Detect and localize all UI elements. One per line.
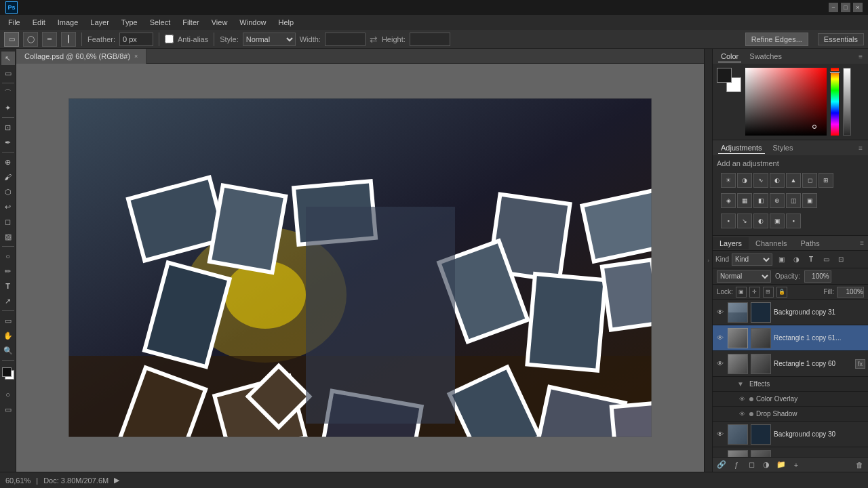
layer-bg-copy-31[interactable]: 👁 Background copy 31	[713, 300, 868, 325]
invert-btn[interactable]: ◫	[786, 193, 801, 208]
type-tool[interactable]: T	[1, 279, 15, 293]
layers-options-icon[interactable]: ≡	[856, 239, 868, 247]
menu-item-help[interactable]: Help	[273, 17, 299, 28]
opacity-input[interactable]	[804, 270, 831, 283]
close-tab-button[interactable]: ×	[134, 53, 138, 60]
new-layer-btn[interactable]: +	[790, 459, 802, 471]
styles-tab[interactable]: Styles	[770, 142, 796, 154]
bw-btn[interactable]: ◈	[721, 193, 736, 208]
effects-arrow[interactable]: ▼	[737, 380, 744, 388]
fg-color-swatch[interactable]	[717, 68, 732, 83]
eraser-tool[interactable]: ◻	[1, 215, 15, 228]
exposure-btn[interactable]: ◐	[770, 173, 785, 188]
minimize-button[interactable]: −	[829, 3, 838, 12]
layer-rect-copy-61[interactable]: 👁 Rectangle 1 copy 61...	[713, 325, 868, 351]
dodge-tool[interactable]: ○	[1, 249, 15, 263]
smart-object-btn[interactable]: ⊡	[835, 253, 847, 266]
crop-tool[interactable]: ⊡	[1, 121, 15, 134]
menu-item-file[interactable]: File	[3, 17, 26, 28]
channels-tab[interactable]: Channels	[749, 237, 793, 249]
fg-swatch[interactable]	[2, 367, 12, 377]
photo-filter-btn[interactable]: ▦	[737, 193, 752, 208]
color-balance-btn[interactable]: ⊞	[818, 173, 833, 188]
eyedropper-tool[interactable]: ✒	[1, 136, 15, 149]
lock-artboards-btn[interactable]: ⊞	[763, 287, 774, 298]
lock-all-btn[interactable]: 🔒	[776, 287, 787, 298]
layer-visibility-r60[interactable]: 👁	[715, 359, 725, 369]
lasso-tool[interactable]: ⌒	[1, 86, 15, 100]
menu-item-filter[interactable]: Filter	[177, 17, 204, 28]
layers-tab[interactable]: Layers	[713, 237, 749, 249]
layer-color-overlay-r60[interactable]: 👁 Color Overlay	[713, 392, 868, 407]
new-group-btn[interactable]: 📁	[775, 459, 787, 471]
marquee-single-row[interactable]: ━	[42, 32, 57, 47]
delete-layer-btn[interactable]: 🗑	[853, 459, 865, 471]
gradient-fill-btn[interactable]: ▪	[786, 214, 801, 228]
adjustments-panel-header[interactable]: Adjustments Styles ≡	[713, 140, 868, 155]
layer-rect-copy-60[interactable]: 👁 Rectangle 1 copy 60 fx	[713, 351, 868, 377]
path-select-tool[interactable]: ↗	[1, 294, 15, 308]
channel-mixer-btn[interactable]: ◧	[753, 193, 768, 208]
kind-select[interactable]: Kind	[732, 253, 772, 266]
menu-item-layer[interactable]: Layer	[85, 17, 115, 28]
gradient-tool[interactable]: ▨	[1, 230, 15, 243]
panel-collapse-button[interactable]: ›	[704, 49, 712, 472]
panel-options-icon[interactable]: ≡	[859, 53, 863, 60]
wand-tool[interactable]: ✦	[1, 101, 15, 115]
width-input[interactable]	[325, 33, 366, 46]
link-layers-btn[interactable]: 🔗	[715, 459, 728, 471]
add-adjustment-btn[interactable]: ◑	[760, 459, 772, 471]
opacity-slider[interactable]	[843, 68, 851, 136]
close-button[interactable]: ×	[853, 3, 863, 12]
hue-slider[interactable]	[831, 68, 839, 136]
color-panel-header[interactable]: Color Swatches ≡	[713, 49, 868, 64]
marquee-ellipse-tool[interactable]: ◯	[23, 32, 38, 47]
height-input[interactable]	[410, 33, 450, 46]
menu-item-type[interactable]: Type	[116, 17, 143, 28]
fg-bg-swatch[interactable]	[1, 366, 16, 381]
marquee-rect-tool[interactable]: ▭	[4, 32, 19, 47]
hue-sat-btn[interactable]: ◻	[802, 173, 817, 188]
pixel-layer-btn[interactable]: ▣	[775, 253, 787, 266]
hand-tool[interactable]: ✋	[1, 329, 15, 342]
eye-icon-co[interactable]: 👁	[737, 396, 747, 403]
threshold-btn[interactable]: ▪	[721, 214, 736, 228]
antialias-checkbox[interactable]	[165, 35, 174, 43]
solid-color-btn[interactable]: ▣	[770, 214, 785, 228]
zoom-tool[interactable]: 🔍	[1, 344, 15, 357]
layer-bg-copy-30[interactable]: 👁 Background copy 30	[713, 422, 868, 447]
layer-visibility-bg31[interactable]: 👁	[715, 308, 725, 317]
fg-bg-colors[interactable]	[717, 68, 741, 92]
style-select[interactable]: Normal Fixed Ratio Fixed Size	[243, 33, 296, 46]
spot-heal-tool[interactable]: ⊕	[1, 155, 15, 169]
blend-mode-select[interactable]: Normal Multiply Screen Overlay	[717, 270, 771, 283]
lock-position-btn[interactable]: ✛	[749, 287, 760, 298]
selective-color-btn[interactable]: ◐	[753, 214, 768, 228]
layer-visibility-r61[interactable]: 👁	[715, 333, 725, 343]
eye-icon-ds[interactable]: 👁	[737, 411, 747, 418]
pen-tool[interactable]: ✏	[1, 264, 15, 278]
swap-icon[interactable]: ⇄	[370, 34, 378, 45]
menu-item-edit[interactable]: Edit	[27, 17, 51, 28]
color-tab[interactable]: Color	[718, 51, 741, 62]
menu-item-view[interactable]: View	[206, 17, 233, 28]
lock-pixels-btn[interactable]: ▣	[736, 287, 747, 298]
levels-btn[interactable]: ◑	[737, 173, 752, 188]
stamp-tool[interactable]: ⬡	[1, 185, 15, 199]
color-gradient[interactable]	[745, 68, 827, 136]
posterize-btn[interactable]: ▣	[802, 193, 817, 208]
maximize-button[interactable]: □	[841, 3, 850, 12]
menu-item-select[interactable]: Select	[144, 17, 176, 28]
layer-drop-shadow-r60[interactable]: 👁 Drop Shadow	[713, 407, 868, 422]
shape-tool[interactable]: ▭	[1, 314, 15, 327]
canvas-tab[interactable]: Collage.psd @ 60,6% (RGB/8#) ×	[16, 49, 146, 64]
adjustments-tab[interactable]: Adjustments	[718, 142, 765, 154]
fill-input[interactable]	[837, 287, 864, 298]
menu-item-window[interactable]: Window	[234, 17, 271, 28]
color-lookup-btn[interactable]: ⊕	[770, 193, 785, 208]
layer-visibility-bg30[interactable]: 👁	[715, 430, 725, 439]
essentials-button[interactable]: Essentials	[818, 33, 864, 45]
brightness-contrast-btn[interactable]: ☀	[721, 173, 736, 188]
vibrance-btn[interactable]: ▲	[786, 173, 801, 188]
curves-btn[interactable]: ∿	[753, 173, 768, 188]
